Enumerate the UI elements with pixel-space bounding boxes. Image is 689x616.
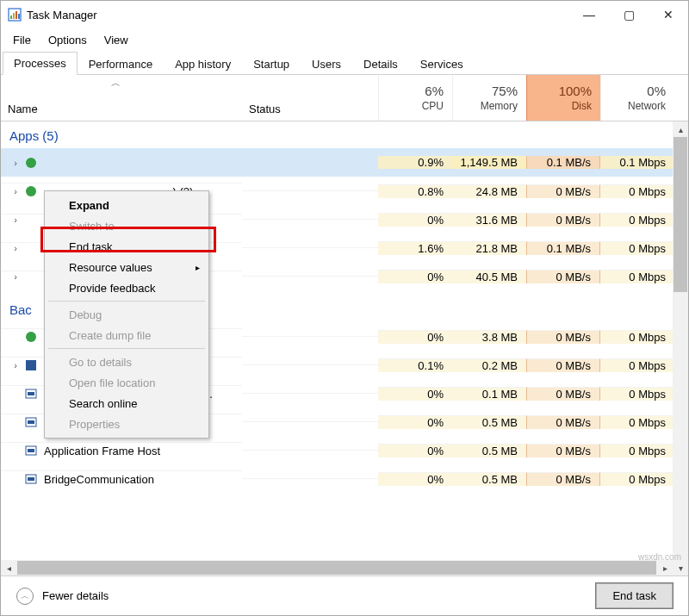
- header-memory[interactable]: 75% Memory: [452, 75, 526, 121]
- header-disk-pct: 100%: [559, 84, 592, 98]
- menu-options[interactable]: Options: [40, 32, 96, 48]
- ctx-end-task[interactable]: End task: [47, 236, 207, 257]
- cell-net: 0 Mbps: [600, 358, 674, 372]
- cell-mem: 0.5 MB: [452, 472, 526, 486]
- cell-disk: 0 MB/s: [526, 444, 600, 457]
- scroll-up-icon[interactable]: ▴: [673, 121, 688, 137]
- ctx-resource-values-label: Resource values: [69, 261, 152, 274]
- cell-disk: 0.1 MB/s: [526, 156, 600, 169]
- cell-cpu: 0%: [378, 213, 452, 227]
- header-disk-label: Disk: [572, 100, 592, 112]
- header-name[interactable]: Name: [1, 75, 242, 121]
- cell-mem: 31.6 MB: [452, 213, 526, 227]
- tab-performance[interactable]: Performance: [78, 53, 164, 75]
- cell-disk: 0 MB/s: [526, 415, 600, 429]
- cell-net: 0 Mbps: [600, 415, 674, 429]
- cell-net: 0 Mbps: [600, 270, 674, 283]
- chevron-right-icon[interactable]: ›: [8, 360, 23, 370]
- tab-details[interactable]: Details: [352, 53, 409, 75]
- header-status[interactable]: Status: [242, 75, 378, 121]
- ctx-open-file-loc: Open file location: [47, 372, 207, 393]
- cell-mem: 1,149.5 MB: [452, 156, 526, 169]
- chevron-up-circle-icon[interactable]: ︿: [16, 588, 34, 605]
- cell-mem: 3.8 MB: [452, 330, 526, 344]
- scroll-left-icon[interactable]: ◂: [1, 563, 16, 573]
- tab-app-history[interactable]: App history: [164, 53, 242, 75]
- cell-cpu: 0.8%: [378, 184, 452, 198]
- svg-rect-3: [16, 11, 17, 19]
- menu-view[interactable]: View: [96, 32, 137, 48]
- ctx-go-to-details: Go to details: [47, 352, 207, 372]
- cell-cpu: 0%: [378, 387, 452, 401]
- scroll-right-icon[interactable]: ▸: [657, 563, 673, 573]
- ctx-debug: Debug: [47, 304, 207, 325]
- end-task-button[interactable]: End task: [596, 583, 673, 608]
- chevron-right-icon[interactable]: ›: [8, 271, 23, 282]
- chevron-right-icon[interactable]: ›: [8, 243, 23, 253]
- watermark: wsxdn.com: [638, 552, 681, 562]
- ctx-resource-values[interactable]: Resource values▸: [47, 257, 207, 277]
- menu-file[interactable]: File: [4, 32, 40, 48]
- table-row[interactable]: › BridgeCommunication 0% 0.5 MB 0 MB/s 0…: [1, 464, 688, 493]
- ctx-expand[interactable]: Expand: [47, 195, 207, 215]
- column-headers: ︿ Name Status 6% CPU 75% Memory 100% Dis…: [1, 75, 688, 121]
- header-disk[interactable]: 100% Disk: [526, 75, 600, 121]
- ctx-separator: [48, 301, 205, 302]
- table-row[interactable]: › 0.9% 1,149.5 MB 0.1 MB/s 0.1 Mbps: [1, 148, 688, 177]
- chevron-right-icon[interactable]: ›: [8, 186, 23, 196]
- ctx-switch-to: Switch to: [47, 215, 207, 236]
- table-row[interactable]: › Application Frame Host 0% 0.5 MB 0 MB/…: [1, 436, 688, 464]
- header-cpu-pct: 6%: [425, 84, 444, 98]
- cell-cpu: 1.6%: [378, 241, 452, 255]
- group-apps[interactable]: Apps (5): [1, 121, 688, 148]
- horizontal-scrollbar[interactable]: ◂ ▸: [1, 560, 673, 576]
- footer: ︿ Fewer details End task: [1, 576, 688, 615]
- cell-net: 0 Mbps: [600, 213, 674, 227]
- svg-rect-8: [26, 360, 36, 370]
- cell-cpu: 0%: [378, 444, 452, 457]
- close-button[interactable]: ✕: [649, 1, 688, 28]
- scroll-down-icon[interactable]: ▾: [673, 560, 688, 576]
- tab-users[interactable]: Users: [301, 53, 352, 75]
- menubar: File Options View: [1, 28, 688, 51]
- app-icon: [8, 8, 22, 22]
- svg-rect-10: [28, 392, 34, 395]
- header-network[interactable]: 0% Network: [600, 75, 674, 121]
- cell-mem: 0.1 MB: [452, 387, 526, 401]
- scroll-thumb[interactable]: [673, 137, 687, 292]
- tab-startup[interactable]: Startup: [242, 53, 301, 75]
- tab-processes[interactable]: Processes: [3, 52, 78, 75]
- process-icon: [23, 443, 39, 458]
- ctx-provide-feedback[interactable]: Provide feedback: [47, 277, 207, 298]
- cell-cpu: 0.1%: [378, 358, 452, 372]
- ctx-search-online[interactable]: Search online: [47, 393, 207, 414]
- vertical-scrollbar[interactable]: ▴ ▾: [673, 121, 688, 576]
- svg-rect-2: [13, 13, 15, 19]
- tabs: Processes Performance App history Startu…: [1, 51, 688, 75]
- cell-net: 0 Mbps: [600, 330, 674, 344]
- cell-net: 0 Mbps: [600, 472, 674, 486]
- cell-net: 0 Mbps: [600, 241, 674, 255]
- process-icon: [23, 358, 39, 373]
- cell-cpu: 0.9%: [378, 156, 452, 169]
- svg-point-6: [26, 186, 36, 196]
- cell-disk: 0.1 MB/s: [526, 241, 600, 255]
- svg-rect-1: [10, 16, 12, 19]
- chevron-right-icon[interactable]: ›: [8, 158, 23, 168]
- minimize-button[interactable]: —: [569, 1, 609, 28]
- cell-mem: 24.8 MB: [452, 184, 526, 198]
- header-cpu[interactable]: 6% CPU: [378, 75, 452, 121]
- cell-disk: 0 MB/s: [526, 472, 600, 486]
- svg-rect-14: [28, 449, 34, 452]
- maximize-button[interactable]: ▢: [609, 1, 649, 28]
- svg-rect-12: [28, 420, 34, 424]
- cell-mem: 40.5 MB: [452, 270, 526, 283]
- task-manager-window: Task Manager — ▢ ✕ File Options View Pro…: [0, 0, 689, 616]
- fewer-details-link[interactable]: Fewer details: [42, 589, 109, 602]
- cell-cpu: 0%: [378, 330, 452, 344]
- chevron-right-icon[interactable]: ›: [8, 215, 23, 225]
- cell-net: 0 Mbps: [600, 184, 674, 198]
- tab-services[interactable]: Services: [409, 53, 475, 75]
- cell-cpu: 0%: [378, 472, 452, 486]
- hscroll-thumb[interactable]: [17, 561, 656, 575]
